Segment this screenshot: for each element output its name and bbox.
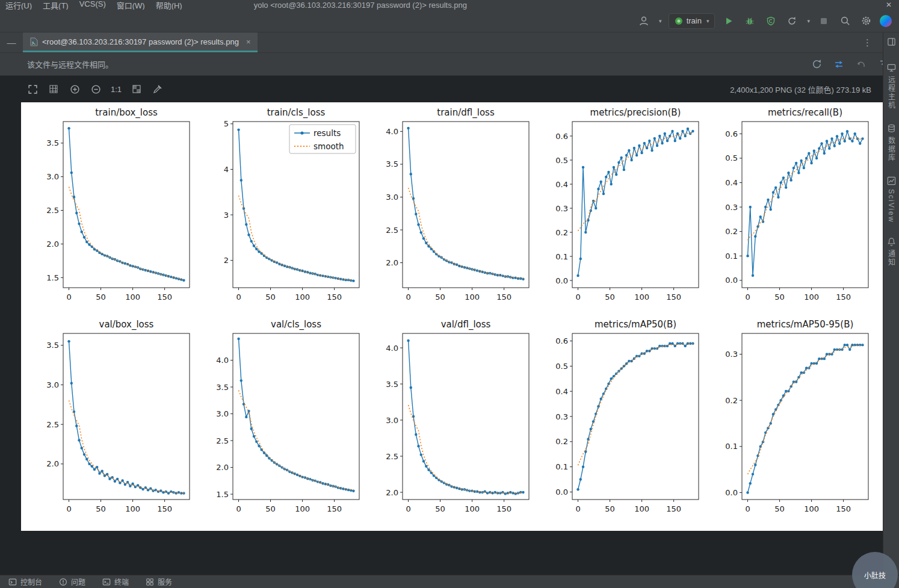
status-item-console[interactable]: 控制台 xyxy=(8,577,42,587)
svg-text:0.1: 0.1 xyxy=(725,252,738,261)
status-label: 终端 xyxy=(114,577,129,587)
svg-text:metrics/recall(B): metrics/recall(B) xyxy=(768,107,842,118)
tool-window-layout-icon[interactable] xyxy=(887,37,896,49)
results-image: train/box_loss0501001501.52.02.53.03.5tr… xyxy=(21,102,883,531)
svg-text:val/dfl_loss: val/dfl_loss xyxy=(441,319,491,330)
sync-remote-icon[interactable] xyxy=(811,58,823,70)
terminal-icon xyxy=(102,578,111,586)
image-editor: 1:1 2,400x1,200 PNG (32 位颜色) 273.19 kB t… xyxy=(0,76,899,575)
menu-window[interactable]: 窗口(W) xyxy=(111,0,150,10)
sidebar-item-sciview[interactable]: SciView xyxy=(887,176,896,223)
actual-size-button[interactable]: 1:1 xyxy=(111,85,122,94)
tab-close-icon[interactable]: × xyxy=(246,37,251,46)
pycharm-window: 运行(U) 工具(T) VCS(S) 窗口(W) 帮助(H) yolo <roo… xyxy=(0,0,899,588)
tab-results-png[interactable]: <root@36.103.203.216:30197 password (2)>… xyxy=(23,32,258,52)
menu-run[interactable]: 运行(U) xyxy=(0,0,37,10)
status-item-terminal[interactable]: 终端 xyxy=(102,577,129,587)
grid-toggle-icon[interactable] xyxy=(48,83,60,95)
svg-text:0.3: 0.3 xyxy=(555,204,568,213)
zoom-to-fit-icon[interactable] xyxy=(26,83,39,95)
svg-text:4.0: 4.0 xyxy=(386,344,398,353)
menu-tools[interactable]: 工具(T) xyxy=(37,0,74,10)
svg-text:0.6: 0.6 xyxy=(555,336,568,345)
svg-text:2: 2 xyxy=(224,256,229,265)
svg-text:0.4: 0.4 xyxy=(725,178,738,187)
menu-help[interactable]: 帮助(H) xyxy=(150,0,188,10)
svg-text:0.5: 0.5 xyxy=(555,156,568,165)
stripe-label: 通知 xyxy=(886,250,897,267)
svg-text:3.0: 3.0 xyxy=(216,409,229,418)
svg-text:0.3: 0.3 xyxy=(725,350,738,359)
svg-text:150: 150 xyxy=(327,292,342,302)
subplot-metrics-precision-B-: metrics/precision(B)0501001500.00.10.20.… xyxy=(536,106,706,318)
svg-text:50: 50 xyxy=(435,504,445,513)
svg-text:metrics/mAP50(B): metrics/mAP50(B) xyxy=(595,319,676,330)
profile-avatar[interactable] xyxy=(880,15,892,27)
svg-text:150: 150 xyxy=(496,504,511,513)
transparency-checkerboard-icon[interactable] xyxy=(131,83,143,95)
svg-text:0.6: 0.6 xyxy=(555,132,568,141)
menu-vcs[interactable]: VCS(S) xyxy=(74,0,111,10)
status-label: 控制台 xyxy=(20,577,42,587)
rerun-caret-icon: ▾ xyxy=(807,18,810,24)
stripe-label: 数据库 xyxy=(886,137,897,162)
svg-text:0.0: 0.0 xyxy=(555,276,568,285)
svg-text:150: 150 xyxy=(836,504,851,513)
svg-text:150: 150 xyxy=(666,292,681,302)
svg-text:val/box_loss: val/box_loss xyxy=(99,319,154,330)
zoom-out-icon[interactable] xyxy=(90,83,102,95)
sidebar-item-remote-host[interactable]: 远程主机 xyxy=(886,63,897,110)
sidebar-item-database[interactable]: 数据库 xyxy=(886,124,897,162)
stop-button[interactable] xyxy=(817,14,831,28)
svg-text:3.5: 3.5 xyxy=(386,159,398,169)
svg-text:0.5: 0.5 xyxy=(555,362,568,371)
svg-text:3.5: 3.5 xyxy=(46,341,59,350)
svg-text:train/cls_loss: train/cls_loss xyxy=(267,107,326,119)
user-account-icon[interactable] xyxy=(637,14,651,28)
svg-text:train/box_loss: train/box_loss xyxy=(95,107,158,119)
run-with-coverage-button[interactable] xyxy=(764,14,778,28)
rerun-button[interactable] xyxy=(785,14,799,28)
svg-text:0: 0 xyxy=(406,292,410,302)
window-close-icon[interactable]: ✕ xyxy=(886,1,892,9)
subplot-metrics-recall-B-: metrics/recall(B)0501001500.00.10.20.30.… xyxy=(706,106,876,318)
svg-text:2.0: 2.0 xyxy=(46,459,59,468)
svg-text:4.0: 4.0 xyxy=(386,127,398,136)
subplot-train-box-loss: train/box_loss0501001501.52.02.53.03.5 xyxy=(27,106,197,318)
hide-panel-icon[interactable]: — xyxy=(0,32,23,52)
svg-text:100: 100 xyxy=(465,292,480,302)
svg-text:metrics/precision(B): metrics/precision(B) xyxy=(590,107,681,118)
svg-text:2.5: 2.5 xyxy=(386,226,398,235)
rollback-icon[interactable] xyxy=(855,58,867,70)
editor-options-icon[interactable]: ⋮ xyxy=(857,32,879,52)
run-button[interactable] xyxy=(721,14,736,28)
svg-text:2.0: 2.0 xyxy=(386,258,398,267)
svg-text:0: 0 xyxy=(575,292,580,302)
status-item-services[interactable]: 服务 xyxy=(146,577,172,587)
subplot-val-box-loss: val/box_loss0501001502.02.53.03.5 xyxy=(27,318,197,530)
svg-text:3.5: 3.5 xyxy=(216,383,229,392)
svg-text:100: 100 xyxy=(804,504,819,513)
zoom-in-icon[interactable] xyxy=(69,83,81,95)
color-picker-icon[interactable] xyxy=(152,83,164,95)
debug-button[interactable] xyxy=(743,14,757,28)
window-titlebar: 运行(U) 工具(T) VCS(S) 窗口(W) 帮助(H) yolo <roo… xyxy=(0,0,899,10)
svg-text:3.0: 3.0 xyxy=(386,416,398,425)
svg-text:4: 4 xyxy=(224,165,229,174)
svg-text:0.2: 0.2 xyxy=(725,227,738,236)
settings-gear-icon[interactable] xyxy=(859,14,873,28)
svg-text:0.1: 0.1 xyxy=(555,462,568,471)
tab-label: <root@36.103.203.216:30197 password (2)>… xyxy=(42,37,239,46)
subplot-val-cls-loss: val/cls_loss0501001501.52.02.53.03.54.0 xyxy=(197,318,366,530)
svg-text:3.5: 3.5 xyxy=(46,138,59,147)
sidebar-item-notifications[interactable]: 通知 xyxy=(886,237,897,267)
svg-text:50: 50 xyxy=(96,292,106,302)
subplot-train-dfl-loss: train/dfl_loss0501001502.02.53.03.54.0 xyxy=(366,106,536,318)
status-item-problems[interactable]: 问题 xyxy=(59,577,85,587)
svg-text:0.2: 0.2 xyxy=(555,228,568,237)
search-everywhere-icon[interactable] xyxy=(838,14,852,28)
svg-text:1.5: 1.5 xyxy=(46,273,59,282)
console-icon xyxy=(8,578,17,586)
upload-download-icon[interactable] xyxy=(833,58,845,70)
run-configuration-select[interactable]: train ▾ xyxy=(669,13,715,29)
